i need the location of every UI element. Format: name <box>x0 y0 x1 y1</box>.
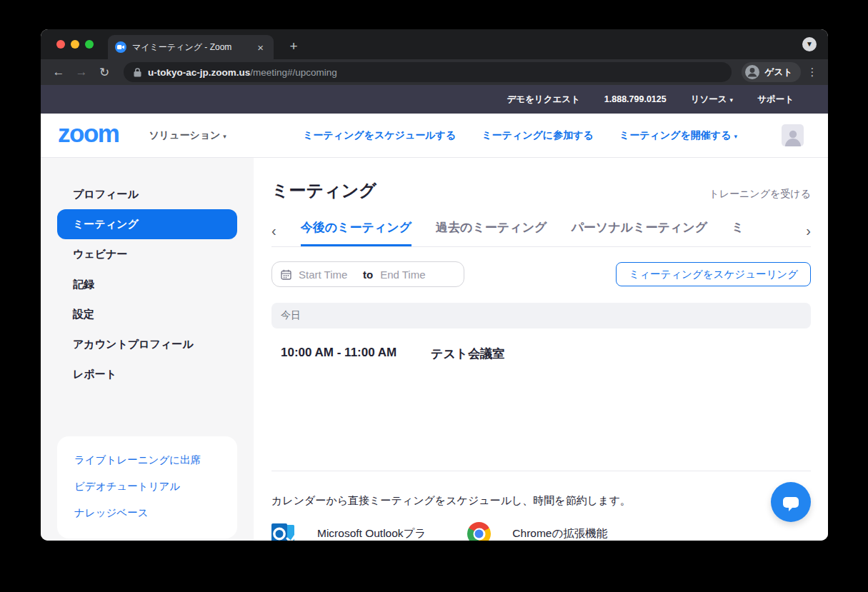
tab-previous-meetings[interactable]: 過去のミーティング <box>436 219 547 246</box>
tab-truncated[interactable]: ミ <box>732 219 744 246</box>
chevron-right-icon[interactable]: › <box>806 224 811 246</box>
solutions-menu[interactable]: ソリューション▾ <box>149 129 226 142</box>
meeting-topic[interactable]: テスト会議室 <box>431 346 504 362</box>
browser-window: マイミーティング - Zoom × + ▼ ← → ↻ u-tokyo-ac-j… <box>41 29 828 541</box>
chat-bubble-icon <box>783 497 799 508</box>
join-meeting-link[interactable]: ミーティングに参加する <box>482 129 594 142</box>
person-icon <box>784 128 802 146</box>
sidebar-help-card: ライブトレーニングに出席 ビデオチュートリアル ナレッジベース <box>57 436 237 538</box>
tab-title: マイミーティング - Zoom <box>132 41 249 54</box>
caret-down-icon: ▾ <box>734 133 737 140</box>
request-demo-link[interactable]: デモをリクエスト <box>507 94 579 106</box>
sidebar-item-account-profile[interactable]: アカウントプロフィール <box>41 329 254 359</box>
forward-icon[interactable]: → <box>72 65 91 79</box>
profile-avatar-icon <box>744 64 760 80</box>
support-link[interactable]: サポート <box>757 94 794 106</box>
window-controls <box>56 40 94 49</box>
lock-icon <box>134 68 141 77</box>
close-tab-icon[interactable]: × <box>254 41 266 54</box>
outlook-plugin-item[interactable]: Microsoft Outlookプラ <box>271 522 426 541</box>
sidebar-item-webinars[interactable]: ウェビナー <box>41 239 254 269</box>
new-tab-button[interactable]: + <box>284 37 304 57</box>
meeting-tabs: ‹ 今後のミーティング 過去のミーティング パーソナルミーティング ミ › <box>271 219 811 247</box>
end-time-input[interactable] <box>380 269 437 281</box>
knowledge-base-link[interactable]: ナレッジベース <box>74 500 220 526</box>
tab-upcoming-meetings[interactable]: 今後のミーティング <box>301 219 411 246</box>
chrome-extension-label: Chromeの拡張機能 <box>512 526 607 541</box>
user-avatar[interactable] <box>782 124 804 146</box>
main-content: ミーティング トレーニングを受ける ‹ 今後のミーティング 過去のミーティング … <box>254 158 828 541</box>
section-divider <box>271 471 811 471</box>
page-title: ミーティング <box>271 179 376 202</box>
back-icon[interactable]: ← <box>49 65 68 79</box>
date-range-picker[interactable]: to <box>271 261 464 287</box>
meeting-time: 10:00 AM - 11:00 AM <box>281 346 431 362</box>
chrome-icon <box>467 522 491 541</box>
zoom-window-button[interactable] <box>85 40 94 49</box>
outlook-icon <box>271 522 296 541</box>
schedule-meeting-link[interactable]: ミーティングをスケジュールする <box>303 129 456 142</box>
url-path: /meeting#/upcoming <box>250 67 337 78</box>
minimize-window-button[interactable] <box>71 40 79 49</box>
today-section-header: 今日 <box>271 303 811 328</box>
chat-support-button[interactable] <box>771 482 811 522</box>
chrome-extension-item[interactable]: Chromeの拡張機能 <box>467 522 607 541</box>
tab-search-button[interactable]: ▼ <box>802 37 817 51</box>
sidebar-item-meetings[interactable]: ミーティング <box>57 209 237 239</box>
reload-icon[interactable]: ↻ <box>95 65 114 80</box>
caret-down-icon: ▾ <box>223 133 226 140</box>
chevron-left-icon[interactable]: ‹ <box>271 224 276 246</box>
resources-menu[interactable]: リソース▾ <box>691 94 733 106</box>
browser-profile-button[interactable]: ゲスト <box>742 62 801 82</box>
caret-down-icon: ▾ <box>730 96 734 104</box>
browser-menu-icon[interactable]: ⋮ <box>805 66 819 79</box>
sidebar-item-settings[interactable]: 設定 <box>41 299 254 329</box>
browser-tab[interactable]: マイミーティング - Zoom × <box>108 35 274 59</box>
sidebar-item-profile[interactable]: プロフィール <box>41 179 254 209</box>
get-training-link[interactable]: トレーニングを受ける <box>709 188 811 202</box>
start-time-input[interactable] <box>299 269 356 281</box>
tab-personal-meetings[interactable]: パーソナルミーティング <box>571 219 707 246</box>
calendar-promo-text: カレンダーから直接ミーティングをスケジュールし、時間を節約します。 <box>271 494 811 508</box>
range-to-label: to <box>363 269 373 281</box>
phone-link[interactable]: 1.888.799.0125 <box>604 94 667 104</box>
sidebar-item-reports[interactable]: レポート <box>41 359 254 389</box>
site-header: zoom ソリューション▾ ミーティングをスケジュールする ミーティングに参加す… <box>41 114 828 158</box>
host-meeting-menu[interactable]: ミーティングを開催する▾ <box>619 129 737 142</box>
url-domain: u-tokyo-ac-jp.zoom.us <box>148 67 250 78</box>
zoom-logo[interactable]: zoom <box>58 121 119 150</box>
zoom-favicon-icon <box>115 41 126 53</box>
live-training-link[interactable]: ライブトレーニングに出席 <box>74 447 220 473</box>
meeting-row[interactable]: 10:00 AM - 11:00 AM テスト会議室 <box>271 346 811 362</box>
sidebar-item-recordings[interactable]: 記録 <box>41 269 254 299</box>
site-topnav: デモをリクエスト 1.888.799.0125 リソース▾ サポート <box>41 85 828 114</box>
outlook-plugin-label: Microsoft Outlookプラ <box>317 526 426 541</box>
guest-label: ゲスト <box>765 66 792 79</box>
address-bar[interactable]: u-tokyo-ac-jp.zoom.us/meeting#/upcoming <box>124 62 732 82</box>
video-tutorials-link[interactable]: ビデオチュートリアル <box>74 473 220 500</box>
calendar-icon <box>281 269 291 280</box>
schedule-meeting-button[interactable]: ミィーティングをスケジューリング <box>616 262 811 286</box>
sidebar: プロフィール ミーティング ウェビナー 記録 設定 アカウントプロフィール レポ… <box>41 158 254 541</box>
browser-tabstrip: マイミーティング - Zoom × + ▼ <box>41 29 828 59</box>
browser-toolbar: ← → ↻ u-tokyo-ac-jp.zoom.us/meeting#/upc… <box>41 59 828 85</box>
url-text: u-tokyo-ac-jp.zoom.us/meeting#/upcoming <box>148 66 337 79</box>
close-window-button[interactable] <box>56 40 65 49</box>
